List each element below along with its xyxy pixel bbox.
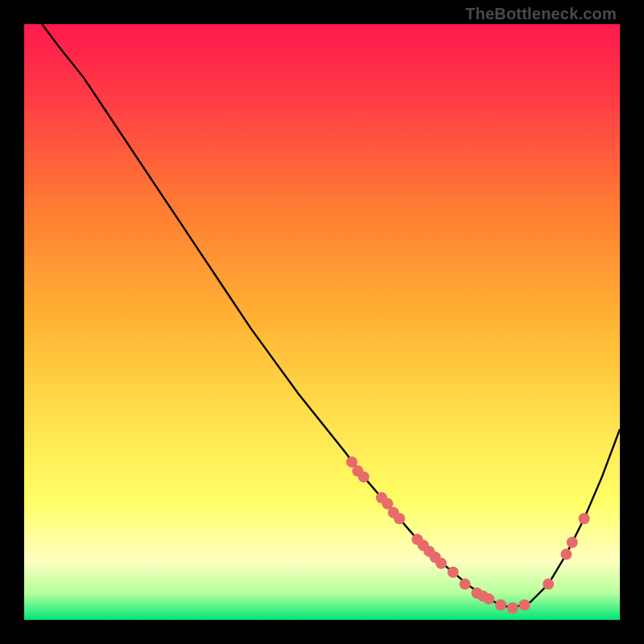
data-point (436, 558, 447, 569)
data-points (346, 456, 590, 613)
data-point (460, 579, 471, 590)
data-point (543, 579, 554, 590)
data-point (519, 600, 530, 611)
data-point (394, 513, 405, 524)
plot-area (24, 24, 620, 620)
data-point (579, 513, 590, 524)
attribution-label: TheBottleneck.com (465, 5, 617, 23)
curve-layer (24, 24, 620, 620)
bottleneck-curve (42, 24, 620, 608)
data-point (507, 602, 518, 613)
data-point (495, 600, 506, 611)
data-point (567, 537, 578, 548)
data-point (358, 471, 369, 482)
data-point (560, 549, 572, 560)
chart-frame: TheBottleneck.com (0, 0, 644, 644)
data-point (448, 567, 459, 578)
data-point (483, 593, 494, 605)
